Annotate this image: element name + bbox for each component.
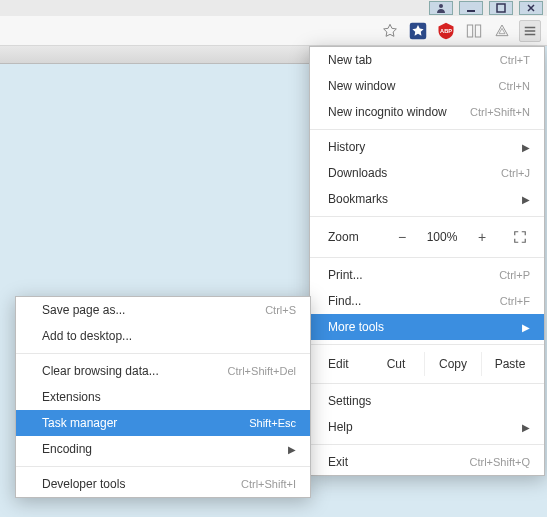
menu-item-label: Save page as... bbox=[42, 303, 125, 317]
cut-button[interactable]: Cut bbox=[368, 352, 424, 376]
menu-bookmarks[interactable]: Bookmarks ▶ bbox=[310, 186, 544, 212]
copy-button[interactable]: Copy bbox=[424, 352, 481, 376]
menu-new-window[interactable]: New window Ctrl+N bbox=[310, 73, 544, 99]
zoom-in-button[interactable]: + bbox=[468, 225, 496, 249]
submenu-encoding[interactable]: Encoding ▶ bbox=[16, 436, 310, 462]
menu-item-label: Settings bbox=[328, 394, 371, 408]
menu-find[interactable]: Find... Ctrl+F bbox=[310, 288, 544, 314]
menu-item-label: Extensions bbox=[42, 390, 101, 404]
menu-item-label: Exit bbox=[328, 455, 348, 469]
menu-item-shortcut: Ctrl+T bbox=[500, 54, 530, 66]
menu-item-shortcut: Ctrl+J bbox=[501, 167, 530, 179]
panels-icon bbox=[466, 23, 482, 39]
menu-item-label: New window bbox=[328, 79, 395, 93]
menu-item-label: Clear browsing data... bbox=[42, 364, 159, 378]
menu-item-shortcut: Shift+Esc bbox=[249, 417, 296, 429]
extension-abp[interactable]: ABP bbox=[435, 20, 457, 42]
edit-label: Edit bbox=[328, 357, 368, 371]
submenu-arrow-icon: ▶ bbox=[522, 322, 530, 333]
menu-item-label: History bbox=[328, 140, 365, 154]
bookmark-star-button[interactable] bbox=[379, 20, 401, 42]
maximize-button[interactable] bbox=[489, 1, 513, 15]
menu-item-label: Encoding bbox=[42, 442, 92, 456]
menu-help[interactable]: Help ▶ bbox=[310, 414, 544, 440]
menu-zoom-row: Zoom − 100% + bbox=[310, 221, 544, 253]
maximize-icon bbox=[496, 3, 506, 13]
menu-separator bbox=[310, 216, 544, 217]
menu-separator bbox=[310, 344, 544, 345]
close-button[interactable] bbox=[519, 1, 543, 15]
main-menu-button[interactable] bbox=[519, 20, 541, 42]
extension-gray-2[interactable] bbox=[491, 20, 513, 42]
submenu-extensions[interactable]: Extensions bbox=[16, 384, 310, 410]
menu-separator bbox=[16, 466, 310, 467]
more-tools-submenu: Save page as... Ctrl+S Add to desktop...… bbox=[15, 296, 311, 498]
triangle-icon bbox=[494, 23, 510, 39]
paste-button[interactable]: Paste bbox=[481, 352, 538, 376]
minimize-button[interactable] bbox=[459, 1, 483, 15]
fullscreen-button[interactable] bbox=[506, 225, 534, 249]
menu-item-shortcut: Ctrl+F bbox=[500, 295, 530, 307]
menu-item-shortcut: Ctrl+P bbox=[499, 269, 530, 281]
window-titlebar bbox=[0, 0, 547, 16]
menu-print[interactable]: Print... Ctrl+P bbox=[310, 262, 544, 288]
menu-new-incognito[interactable]: New incognito window Ctrl+Shift+N bbox=[310, 99, 544, 125]
menu-separator bbox=[310, 444, 544, 445]
svg-rect-6 bbox=[475, 25, 480, 37]
menu-item-label: Add to desktop... bbox=[42, 329, 132, 343]
browser-toolbar: ABP bbox=[0, 16, 547, 46]
menu-item-label: Bookmarks bbox=[328, 192, 388, 206]
menu-item-shortcut: Ctrl+Shift+N bbox=[470, 106, 530, 118]
menu-item-shortcut: Ctrl+Shift+Q bbox=[469, 456, 530, 468]
svg-rect-2 bbox=[497, 4, 505, 12]
menu-item-shortcut: Ctrl+Shift+Del bbox=[228, 365, 296, 377]
inactive-tab-area bbox=[0, 46, 310, 64]
menu-item-label: More tools bbox=[328, 320, 384, 334]
submenu-arrow-icon: ▶ bbox=[522, 142, 530, 153]
extension-gray-1[interactable] bbox=[463, 20, 485, 42]
submenu-clear-browsing-data[interactable]: Clear browsing data... Ctrl+Shift+Del bbox=[16, 358, 310, 384]
menu-item-label: Find... bbox=[328, 294, 361, 308]
zoom-value: 100% bbox=[420, 230, 464, 244]
submenu-developer-tools[interactable]: Developer tools Ctrl+Shift+I bbox=[16, 471, 310, 497]
profile-button[interactable] bbox=[429, 1, 453, 15]
minimize-icon bbox=[466, 3, 476, 13]
user-icon bbox=[436, 3, 446, 13]
menu-edit-row: Edit Cut Copy Paste bbox=[310, 349, 544, 379]
menu-settings[interactable]: Settings bbox=[310, 388, 544, 414]
menu-separator bbox=[310, 383, 544, 384]
menu-item-shortcut: Ctrl+N bbox=[499, 80, 530, 92]
submenu-task-manager[interactable]: Task manager Shift+Esc bbox=[16, 410, 310, 436]
menu-separator bbox=[16, 353, 310, 354]
menu-downloads[interactable]: Downloads Ctrl+J bbox=[310, 160, 544, 186]
svg-rect-5 bbox=[467, 25, 472, 37]
menu-item-label: Downloads bbox=[328, 166, 387, 180]
menu-item-label: Developer tools bbox=[42, 477, 125, 491]
fullscreen-icon bbox=[513, 230, 527, 244]
hamburger-icon bbox=[523, 24, 537, 38]
menu-item-label: New incognito window bbox=[328, 105, 447, 119]
submenu-arrow-icon: ▶ bbox=[288, 444, 296, 455]
submenu-arrow-icon: ▶ bbox=[522, 194, 530, 205]
blue-star-icon bbox=[409, 22, 427, 40]
menu-item-label: New tab bbox=[328, 53, 372, 67]
menu-history[interactable]: History ▶ bbox=[310, 134, 544, 160]
main-menu: New tab Ctrl+T New window Ctrl+N New inc… bbox=[309, 46, 545, 476]
close-icon bbox=[526, 3, 536, 13]
menu-item-label: Help bbox=[328, 420, 353, 434]
menu-item-label: Print... bbox=[328, 268, 363, 282]
submenu-save-page[interactable]: Save page as... Ctrl+S bbox=[16, 297, 310, 323]
submenu-add-to-desktop[interactable]: Add to desktop... bbox=[16, 323, 310, 349]
menu-separator bbox=[310, 257, 544, 258]
star-icon bbox=[382, 23, 398, 39]
svg-point-0 bbox=[439, 4, 443, 8]
zoom-out-button[interactable]: − bbox=[388, 225, 416, 249]
menu-more-tools[interactable]: More tools ▶ bbox=[310, 314, 544, 340]
menu-exit[interactable]: Exit Ctrl+Shift+Q bbox=[310, 449, 544, 475]
abp-icon: ABP bbox=[437, 22, 455, 40]
menu-item-label: Task manager bbox=[42, 416, 117, 430]
extension-bluestar[interactable] bbox=[407, 20, 429, 42]
zoom-label: Zoom bbox=[328, 230, 384, 244]
menu-new-tab[interactable]: New tab Ctrl+T bbox=[310, 47, 544, 73]
menu-item-shortcut: Ctrl+S bbox=[265, 304, 296, 316]
